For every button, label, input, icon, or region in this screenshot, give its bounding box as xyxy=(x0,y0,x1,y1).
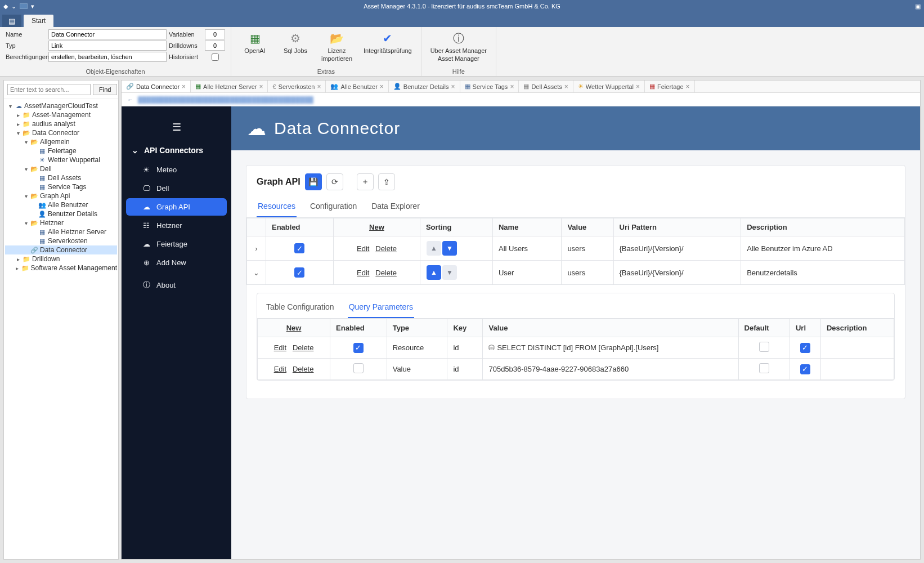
enabled-checkbox[interactable]: ✓ xyxy=(294,243,304,253)
edit-link[interactable]: Edit xyxy=(357,244,369,253)
dc-item-add[interactable]: ⊕Add New xyxy=(126,254,227,271)
delete-link[interactable]: Delete xyxy=(375,244,397,253)
tab-query-params[interactable]: Query Parameters xyxy=(348,299,414,318)
url-checkbox[interactable]: ✓ xyxy=(800,343,810,353)
save-button[interactable]: 💾 xyxy=(305,173,322,190)
dc-section-api[interactable]: ⌄API Connectors xyxy=(122,140,231,160)
tree-alle-hetzner[interactable]: ▦Alle Hetzner Server xyxy=(5,227,117,236)
tree-serverkosten[interactable]: ▦Serverkosten xyxy=(5,236,117,245)
berechtigungen-field[interactable] xyxy=(48,52,167,62)
tree-audius[interactable]: ▸📁audius analyst xyxy=(5,119,117,128)
enabled-checkbox[interactable]: ✓ xyxy=(294,267,304,278)
tab-configuration[interactable]: Configuration xyxy=(309,198,358,217)
close-icon[interactable]: × xyxy=(510,83,514,91)
dc-item-graph[interactable]: ☁Graph API xyxy=(126,198,227,216)
url-checkbox[interactable]: ✓ xyxy=(800,364,810,374)
close-icon[interactable]: × xyxy=(686,83,690,91)
export-button[interactable]: ⇪ xyxy=(378,173,395,190)
tab-dell-assets[interactable]: ▦Dell Assets× xyxy=(519,81,573,92)
close-icon[interactable]: × xyxy=(636,83,640,91)
close-icon[interactable]: × xyxy=(317,83,321,91)
dropdown-icon[interactable]: ⌄ xyxy=(11,3,16,10)
new-link[interactable]: New xyxy=(369,223,384,231)
close-icon[interactable]: × xyxy=(564,83,568,91)
tab-resources[interactable]: Resources xyxy=(257,198,297,217)
sqljobs-button[interactable]: ⚙Sql Jobs xyxy=(281,30,310,54)
expand-icon[interactable]: › xyxy=(255,244,257,253)
add-button[interactable]: ＋ xyxy=(357,173,374,190)
tab-data-connector[interactable]: 🔗Data Connector× xyxy=(122,81,191,92)
drilldowns-field[interactable] xyxy=(205,41,225,51)
edit-link[interactable]: Edit xyxy=(274,365,286,373)
default-checkbox[interactable] xyxy=(759,342,769,352)
close-icon[interactable]: × xyxy=(380,83,384,91)
tree-alle-benutzer[interactable]: 👥Alle Benutzer xyxy=(5,200,117,209)
tab-alle-benutzer[interactable]: 👥Alle Benutzer× xyxy=(326,81,388,92)
dc-item-hetzner[interactable]: ☷Hetzner xyxy=(126,217,227,234)
collapse-icon[interactable]: ⌄ xyxy=(253,269,259,277)
find-button[interactable]: Find xyxy=(93,84,117,95)
variablen-field[interactable] xyxy=(205,29,225,39)
tree-dc-leaf[interactable]: 🔗Data Connector xyxy=(5,245,117,254)
tab-explorer[interactable]: Data Explorer xyxy=(370,198,421,217)
tree-root[interactable]: ▾☁AssetManagerCloudTest xyxy=(5,101,117,110)
dc-item-about[interactable]: ⓘAbout xyxy=(126,275,227,294)
sort-up-button[interactable]: ▲ xyxy=(427,241,441,256)
tree-dell-assets[interactable]: ▦Dell Assets xyxy=(5,173,117,182)
sort-up-button[interactable]: ▲ xyxy=(427,265,441,280)
back-icon[interactable]: ← xyxy=(127,96,133,103)
default-checkbox[interactable] xyxy=(759,363,769,373)
tree-benutzer-details[interactable]: 👤Benutzer Details xyxy=(5,209,117,218)
tree-service-tags[interactable]: ▦Service Tags xyxy=(5,182,117,191)
enabled-checkbox[interactable] xyxy=(353,363,364,373)
refresh-button[interactable]: ⟳ xyxy=(326,173,343,190)
tree-graph-api[interactable]: ▾📂Graph Api xyxy=(5,191,117,200)
close-icon[interactable]: × xyxy=(451,83,455,91)
sort-down-button[interactable]: ▼ xyxy=(442,265,457,280)
tree-allgemein[interactable]: ▾📂Allgemein xyxy=(5,137,117,146)
tab-alle-hetzner[interactable]: ▦Alle Hetzner Server× xyxy=(191,81,268,92)
close-icon[interactable]: × xyxy=(259,83,263,91)
edit-link[interactable]: Edit xyxy=(357,269,369,277)
tab-wetter[interactable]: ☀Wetter Wuppertal× xyxy=(573,81,645,92)
dropdown-icon-2[interactable]: ▾ xyxy=(31,3,34,10)
file-menu-button[interactable]: ▤ xyxy=(2,15,21,27)
nav-tree[interactable]: ▾☁AssetManagerCloudTest ▸📁Asset-Manageme… xyxy=(4,99,118,559)
maximize-icon[interactable]: ▣ xyxy=(915,3,921,10)
tab-feiertage[interactable]: ▦Feiertage× xyxy=(645,81,695,92)
tree-dell[interactable]: ▾📂Dell xyxy=(5,164,117,173)
dc-item-meteo[interactable]: ☀Meteo xyxy=(126,161,227,178)
name-field[interactable] xyxy=(48,29,167,39)
dc-item-feiertage[interactable]: ☁Feiertage xyxy=(126,235,227,253)
tree-data-connector[interactable]: ▾📂Data Connector xyxy=(5,128,117,137)
openai-button[interactable]: ▦OpenAI xyxy=(240,30,270,54)
ribbon-tab-start[interactable]: Start xyxy=(24,15,53,27)
tab-benutzer-details[interactable]: 👤Benutzer Details× xyxy=(389,81,460,92)
dc-item-dell[interactable]: 🖵Dell xyxy=(126,180,227,197)
tree-sam[interactable]: ▸📁Software Asset Management xyxy=(5,263,117,272)
close-icon[interactable]: × xyxy=(182,83,186,91)
hamburger-icon[interactable]: ☰ xyxy=(122,118,231,140)
delete-link[interactable]: Delete xyxy=(293,365,314,373)
tab-service-tags[interactable]: ▦Service Tags× xyxy=(460,81,519,92)
about-button[interactable]: ⓘÜber Asset ManagerAsset Manager xyxy=(430,30,487,62)
edit-link[interactable]: Edit xyxy=(274,343,286,352)
sort-down-button[interactable]: ▼ xyxy=(442,241,457,256)
typ-field[interactable] xyxy=(48,41,167,51)
lizenz-button[interactable]: 📂Lizenzimportieren xyxy=(321,30,352,62)
tree-feiertage[interactable]: ▦Feiertage xyxy=(5,146,117,155)
tab-serverkosten[interactable]: €Serverkosten× xyxy=(268,81,326,92)
tree-wetter[interactable]: ☀Wetter Wuppertal xyxy=(5,155,117,164)
enabled-checkbox[interactable]: ✓ xyxy=(353,343,364,353)
tree-asset-management[interactable]: ▸📁Asset-Management xyxy=(5,110,117,119)
color-swatch[interactable] xyxy=(20,3,28,9)
historisiert-checkbox[interactable] xyxy=(212,53,219,61)
delete-link[interactable]: Delete xyxy=(293,343,314,352)
new-link[interactable]: New xyxy=(286,324,302,332)
tab-table-config[interactable]: Table Configuration xyxy=(265,299,335,318)
tree-drilldown[interactable]: ▸📁Drilldown xyxy=(5,254,117,263)
delete-link[interactable]: Delete xyxy=(375,269,397,277)
integritaet-button[interactable]: ✔Integritätsprüfung xyxy=(364,30,412,54)
search-input[interactable] xyxy=(7,84,91,95)
tree-hetzner[interactable]: ▾📂Hetzner xyxy=(5,218,117,227)
